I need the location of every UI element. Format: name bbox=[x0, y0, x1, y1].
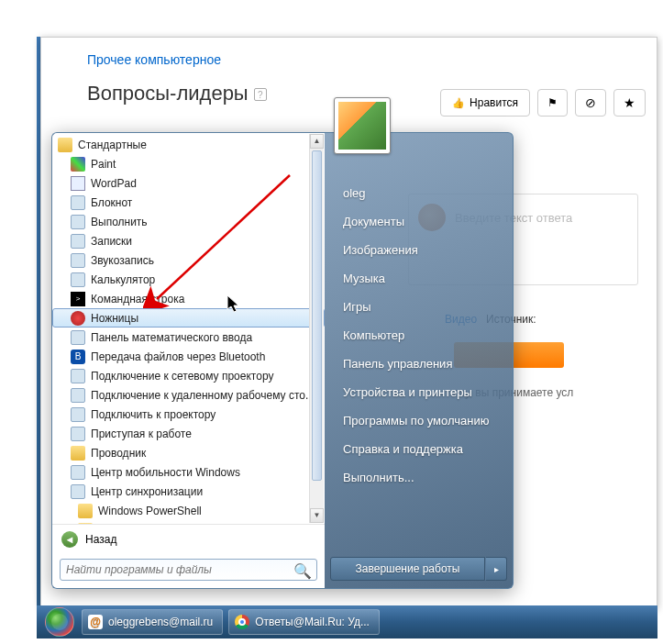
right-pane-item-8[interactable]: Программы по умолчанию bbox=[330, 406, 507, 435]
back-button[interactable]: ◄ Назад bbox=[52, 524, 325, 553]
program-label: Приступая к работе bbox=[91, 427, 192, 440]
program-item-10[interactable]: BПередача файлов через Bluetooth bbox=[52, 347, 325, 366]
user-avatar-frame[interactable] bbox=[334, 97, 391, 154]
chrome-icon bbox=[235, 615, 249, 629]
block-icon bbox=[585, 95, 596, 110]
start-menu: Стандартные PaintWordPadБлокнотВыполнить… bbox=[51, 132, 514, 589]
taskbar-item-0[interactable]: @oleggrebens@mail.ru bbox=[82, 609, 223, 635]
program-label: Записки bbox=[91, 235, 132, 248]
program-label: Paint bbox=[91, 158, 116, 171]
program-item-13[interactable]: Подключить к проектору bbox=[52, 405, 325, 424]
program-item-18[interactable]: Windows PowerShell bbox=[52, 501, 325, 520]
breadcrumb-link[interactable]: Прочее компьютерное bbox=[87, 52, 638, 67]
program-label: Центр синхронизации bbox=[91, 485, 203, 498]
generic-icon bbox=[71, 388, 85, 403]
scroll-up-button[interactable]: ▲ bbox=[310, 134, 324, 149]
program-item-19[interactable]: Планшетный ПК bbox=[52, 520, 325, 524]
program-item-8[interactable]: Ножницы bbox=[52, 308, 325, 328]
program-item-5[interactable]: Звукозапись bbox=[52, 250, 325, 270]
right-pane-item-10[interactable]: Выполнить... bbox=[330, 463, 507, 492]
program-item-14[interactable]: Приступая к работе bbox=[52, 424, 325, 443]
cmd-icon: > bbox=[71, 292, 85, 306]
program-label: Калькулятор bbox=[91, 273, 155, 286]
programs-list[interactable]: Стандартные PaintWordPadБлокнотВыполнить… bbox=[52, 133, 325, 524]
start-button[interactable] bbox=[40, 605, 79, 638]
generic-icon bbox=[71, 369, 85, 383]
folder-icon bbox=[58, 138, 72, 152]
explorer-icon bbox=[71, 446, 85, 461]
star-icon bbox=[624, 95, 635, 110]
right-pane-item-0[interactable]: oleg bbox=[330, 179, 507, 207]
folder-header-standard[interactable]: Стандартные bbox=[52, 135, 325, 154]
program-item-15[interactable]: Проводник bbox=[52, 443, 325, 462]
right-pane-item-3[interactable]: Музыка bbox=[330, 264, 507, 293]
paint-icon bbox=[71, 157, 85, 172]
taskbar-item-label: oleggrebens@mail.ru bbox=[108, 616, 213, 628]
right-pane-item-1[interactable]: Документы bbox=[330, 207, 507, 236]
program-item-1[interactable]: WordPad bbox=[52, 173, 325, 193]
program-item-3[interactable]: Выполнить bbox=[52, 212, 325, 231]
program-label: Передача файлов через Bluetooth bbox=[91, 350, 265, 363]
program-label: Подключение к сетевому проектору bbox=[91, 370, 273, 383]
program-item-0[interactable]: Paint bbox=[52, 154, 325, 173]
program-label: Планшетный ПК bbox=[98, 524, 182, 525]
generic-icon bbox=[71, 272, 85, 287]
start-menu-left-pane: Стандартные PaintWordPadБлокнотВыполнить… bbox=[51, 132, 325, 589]
flag-icon bbox=[547, 96, 558, 109]
generic-icon bbox=[71, 465, 85, 480]
program-item-12[interactable]: Подключение к удаленному рабочему сто... bbox=[52, 385, 325, 405]
scrollbar[interactable]: ▲ ▼ bbox=[309, 134, 324, 523]
right-pane-item-9[interactable]: Справка и поддержка bbox=[330, 435, 507, 463]
right-pane-item-6[interactable]: Панель управления bbox=[330, 350, 507, 378]
search-input[interactable] bbox=[60, 559, 317, 581]
program-item-17[interactable]: Центр синхронизации bbox=[52, 482, 325, 501]
program-label: Центр мобильности Windows bbox=[91, 466, 240, 479]
scroll-thumb[interactable] bbox=[312, 150, 322, 481]
user-avatar-icon bbox=[338, 102, 386, 150]
folder-icon bbox=[78, 523, 93, 525]
program-label: Выполнить bbox=[91, 216, 148, 228]
scroll-down-button[interactable]: ▼ bbox=[310, 508, 324, 523]
program-item-11[interactable]: Подключение к сетевому проектору bbox=[52, 366, 325, 385]
snip-icon bbox=[71, 311, 85, 326]
program-item-4[interactable]: Записки bbox=[52, 231, 325, 250]
search-icon[interactable]: 🔍 bbox=[293, 562, 312, 580]
program-label: Звукозапись bbox=[91, 254, 154, 267]
bookmark-button[interactable] bbox=[537, 89, 568, 117]
generic-icon bbox=[71, 195, 85, 210]
wordpad-icon bbox=[71, 176, 85, 191]
right-pane-item-2[interactable]: Изображения bbox=[330, 236, 507, 264]
generic-icon bbox=[71, 253, 85, 268]
program-item-7[interactable]: >Командная строка bbox=[52, 289, 325, 308]
right-pane-item-5[interactable]: Компьютер bbox=[330, 321, 507, 350]
program-label: Подключить к проектору bbox=[91, 408, 215, 421]
program-label: Ножницы bbox=[91, 312, 138, 325]
generic-icon bbox=[71, 407, 85, 422]
program-item-9[interactable]: Панель математического ввода bbox=[52, 328, 325, 347]
shutdown-options-button[interactable]: ▸ bbox=[485, 557, 507, 581]
taskbar-item-label: Ответы@Mail.Ru: Уд... bbox=[255, 616, 370, 628]
program-label: Подключение к удаленному рабочему сто... bbox=[91, 389, 315, 402]
taskbar-item-1[interactable]: Ответы@Mail.Ru: Уд... bbox=[228, 609, 380, 635]
block-button[interactable] bbox=[575, 89, 606, 117]
thumbs-up-icon bbox=[452, 96, 465, 109]
generic-icon bbox=[71, 215, 85, 229]
shutdown-button[interactable]: Завершение работы bbox=[330, 557, 485, 581]
program-item-2[interactable]: Блокнот bbox=[52, 193, 325, 212]
program-label: Командная строка bbox=[91, 293, 184, 305]
right-pane-item-7[interactable]: Устройства и принтеры bbox=[330, 378, 507, 406]
generic-icon bbox=[71, 330, 85, 345]
right-pane-item-4[interactable]: Игры bbox=[330, 293, 507, 321]
program-label: WordPad bbox=[91, 177, 137, 190]
like-button[interactable]: Нравится bbox=[440, 89, 530, 117]
back-arrow-icon: ◄ bbox=[61, 531, 78, 548]
at-icon: @ bbox=[88, 615, 103, 629]
generic-icon bbox=[71, 234, 85, 249]
program-item-6[interactable]: Калькулятор bbox=[52, 270, 325, 289]
star-button[interactable] bbox=[613, 89, 646, 117]
help-icon[interactable]: ? bbox=[254, 88, 267, 101]
program-label: Панель математического ввода bbox=[91, 331, 252, 344]
bt-icon: B bbox=[71, 350, 85, 364]
program-label: Блокнот bbox=[91, 196, 132, 209]
program-item-16[interactable]: Центр мобильности Windows bbox=[52, 462, 325, 482]
